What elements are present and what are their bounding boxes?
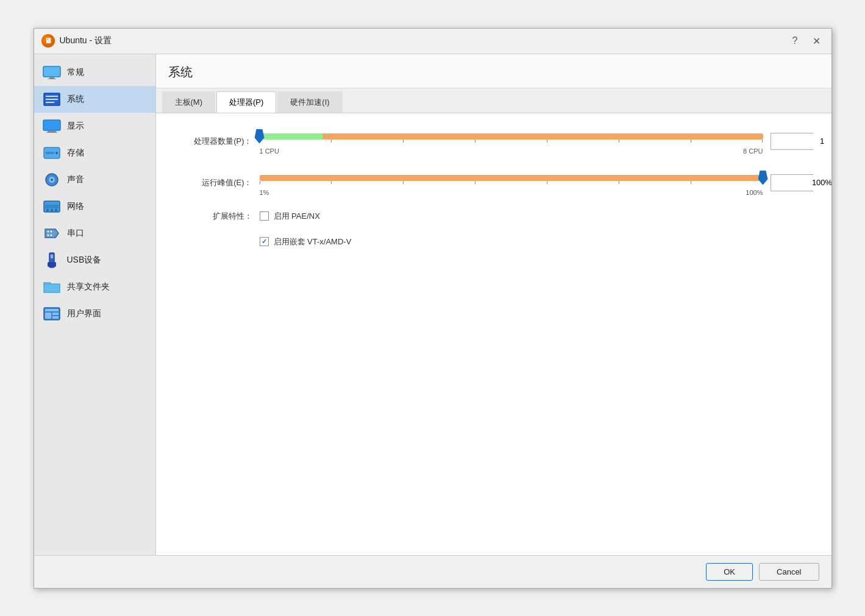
- svg-point-15: [51, 179, 53, 181]
- checkbox-group: 启用 PAE/NX 启用嵌套 VT-x/AMD-V: [260, 211, 352, 255]
- ok-button[interactable]: OK: [706, 563, 753, 581]
- exec-slider-labels: 1% 100%: [260, 189, 763, 196]
- svg-point-24: [50, 234, 52, 236]
- exec-slider-container: 1% 100%: [260, 169, 763, 196]
- vt-checkbox[interactable]: [260, 237, 269, 246]
- sidebar-item-shared[interactable]: 共享文件夹: [34, 274, 155, 300]
- sidebar-label-ui: 用户界面: [67, 308, 101, 319]
- audio-icon: [43, 172, 61, 187]
- display-icon: [43, 119, 61, 133]
- cpu-slider-track: [260, 133, 763, 140]
- monitor-icon: [43, 65, 61, 80]
- sidebar-label-display: 显示: [67, 121, 84, 132]
- main-window: 🖥 Ubuntu - 设置 ? ✕ 常规: [34, 28, 832, 589]
- sidebar-item-system[interactable]: 系统: [34, 86, 155, 113]
- svg-rect-6: [46, 102, 54, 103]
- network-icon: [43, 199, 61, 214]
- pae-checkbox-label: 启用 PAE/NX: [274, 211, 320, 222]
- cpu-count-label: 处理器数量(P)：: [174, 136, 260, 147]
- svg-point-18: [46, 209, 49, 211]
- sidebar-label-system: 系统: [67, 94, 84, 105]
- svg-rect-27: [51, 255, 53, 258]
- vt-checkbox-row[interactable]: 启用嵌套 VT-x/AMD-V: [260, 236, 352, 247]
- tab-processor[interactable]: 处理器(P): [216, 91, 276, 113]
- help-button[interactable]: ?: [789, 34, 802, 48]
- window-title: Ubuntu - 设置: [60, 35, 789, 46]
- sidebar: 常规 系统: [34, 54, 156, 555]
- svg-rect-32: [52, 316, 59, 319]
- svg-rect-4: [46, 96, 58, 97]
- pae-checkbox-row[interactable]: 启用 PAE/NX: [260, 211, 352, 222]
- svg-point-22: [50, 230, 52, 232]
- sidebar-item-usb[interactable]: USB设备: [34, 247, 155, 274]
- content-header: 系统: [156, 54, 831, 88]
- svg-rect-29: [45, 309, 59, 311]
- usb-icon: [43, 253, 61, 267]
- svg-point-11: [55, 152, 58, 154]
- cancel-button[interactable]: Cancel: [759, 563, 819, 581]
- title-bar-buttons: ? ✕: [789, 34, 824, 48]
- serial-icon: [43, 226, 61, 241]
- close-button[interactable]: ✕: [809, 34, 824, 48]
- exec-spinbox[interactable]: ▲ ▼: [771, 174, 813, 191]
- exec-cap-label: 运行峰值(E)：: [174, 177, 260, 188]
- content-area: 系统 主板(M) 处理器(P) 硬件加速(I) 处理器数量(P)：: [156, 54, 831, 555]
- tab-motherboard[interactable]: 主板(M): [162, 91, 216, 113]
- cpu-slider-container: 1 CPU 8 CPU: [260, 128, 763, 155]
- storage-icon: [43, 146, 61, 160]
- ext-features-row: 扩展特性： 启用 PAE/NX 启用嵌套 VT-x/AMD-V: [174, 211, 813, 255]
- sidebar-item-storage[interactable]: 存储: [34, 140, 155, 166]
- bottom-bar: OK Cancel: [34, 555, 831, 588]
- sidebar-label-general: 常规: [67, 67, 84, 78]
- tabs-bar: 主板(M) 处理器(P) 硬件加速(I): [156, 88, 831, 113]
- svg-rect-0: [43, 66, 60, 77]
- sidebar-item-audio[interactable]: 声音: [34, 166, 155, 193]
- svg-point-19: [51, 209, 53, 211]
- ui-icon: [43, 306, 61, 321]
- svg-rect-2: [48, 79, 56, 79]
- svg-rect-30: [45, 313, 51, 319]
- svg-rect-9: [46, 132, 57, 133]
- cpu-slider-labels: 1 CPU 8 CPU: [260, 147, 763, 155]
- sidebar-label-serial: 串口: [67, 228, 84, 239]
- pae-checkbox[interactable]: [260, 211, 269, 221]
- content-body: 处理器数量(P)：: [156, 113, 831, 555]
- sidebar-label-usb: USB设备: [67, 255, 102, 266]
- cpu-min-label: 1 CPU: [260, 147, 279, 155]
- page-title: 系统: [168, 65, 193, 79]
- sidebar-item-general[interactable]: 常规: [34, 59, 155, 86]
- cpu-slider-wrapper[interactable]: [260, 128, 763, 145]
- sidebar-item-serial[interactable]: 串口: [34, 220, 155, 247]
- cpu-max-label: 8 CPU: [743, 147, 763, 155]
- exec-value-input[interactable]: [771, 175, 831, 191]
- svg-rect-12: [46, 152, 54, 154]
- vt-checkbox-label: 启用嵌套 VT-x/AMD-V: [274, 236, 352, 247]
- sidebar-item-ui[interactable]: 用户界面: [34, 300, 155, 327]
- app-icon: 🖥: [41, 34, 55, 48]
- cpu-count-row: 处理器数量(P)：: [174, 128, 813, 155]
- exec-min-label: 1%: [260, 189, 269, 196]
- sidebar-label-storage: 存储: [67, 147, 84, 158]
- system-icon: [43, 92, 61, 107]
- svg-rect-31: [52, 313, 59, 315]
- tab-acceleration[interactable]: 硬件加速(I): [277, 91, 342, 113]
- exec-slider-wrapper[interactable]: [260, 169, 763, 186]
- folder-icon: [43, 280, 61, 294]
- title-bar: 🖥 Ubuntu - 设置 ? ✕: [34, 29, 831, 54]
- exec-cap-row: 运行峰值(E)：: [174, 169, 813, 196]
- svg-rect-7: [43, 120, 60, 130]
- sidebar-item-display[interactable]: 显示: [34, 113, 155, 140]
- window-body: 常规 系统: [34, 54, 831, 555]
- svg-point-21: [47, 230, 49, 232]
- sidebar-item-network[interactable]: 网络: [34, 193, 155, 220]
- sidebar-label-audio: 声音: [67, 174, 84, 185]
- cpu-value-input[interactable]: [771, 133, 831, 149]
- ext-features-label: 扩展特性：: [174, 211, 260, 222]
- svg-rect-17: [45, 205, 59, 208]
- cpu-spinbox[interactable]: ▲ ▼: [771, 133, 813, 150]
- exec-max-label: 100%: [746, 189, 763, 196]
- exec-slider-track: [260, 175, 763, 181]
- svg-point-20: [55, 209, 57, 211]
- sidebar-label-network: 网络: [67, 201, 84, 212]
- sidebar-label-shared: 共享文件夹: [67, 281, 110, 292]
